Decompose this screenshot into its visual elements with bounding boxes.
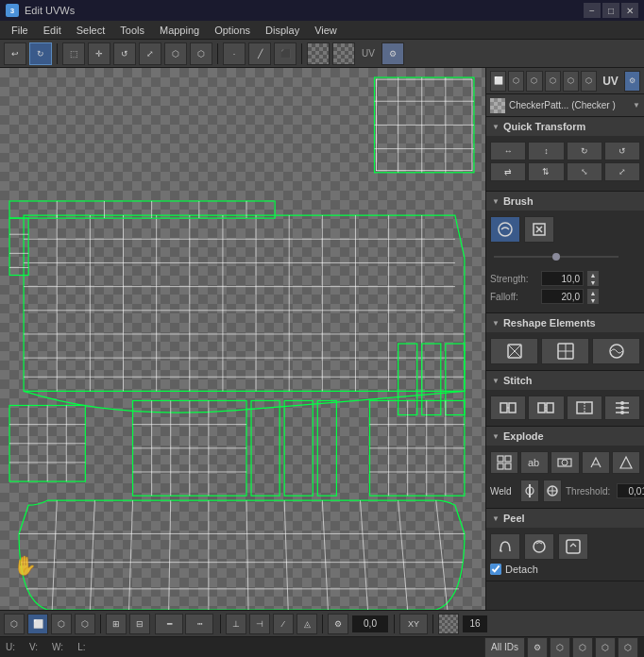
bt-anchor-btn[interactable]: ⊥ (226, 614, 246, 634)
panel-tb-5[interactable]: ⬡ (563, 71, 579, 92)
tb-scale-button[interactable]: ⤢ (139, 42, 161, 65)
stitch-btn-2[interactable] (528, 396, 564, 420)
tb-vertex-button[interactable]: · (223, 42, 246, 65)
tb-weld-button[interactable]: ⬡ (190, 42, 212, 65)
stitch-btn-3[interactable] (567, 396, 602, 420)
strength-input[interactable] (541, 271, 584, 286)
uv-viewport[interactable]: ✋ (0, 68, 485, 610)
explode-btn-1[interactable] (490, 451, 518, 474)
explode-btn-3[interactable] (551, 451, 579, 474)
texture-dropdown-arrow[interactable]: ▼ (633, 101, 640, 110)
menu-view[interactable]: View (307, 23, 345, 38)
coord-input[interactable] (351, 615, 389, 633)
tb-undo-button[interactable]: ↩ (4, 42, 26, 65)
weld-btn-1[interactable] (520, 480, 539, 502)
reshape-btn-3[interactable] (592, 338, 640, 364)
stitch-header[interactable]: ▼ Stitch (486, 371, 644, 390)
menu-mapping[interactable]: Mapping (152, 23, 207, 38)
bt-select-btn[interactable]: ⬡ (4, 614, 25, 634)
detach-checkbox[interactable] (490, 564, 501, 575)
menu-file[interactable]: File (4, 23, 36, 38)
stitch-btn-1[interactable] (490, 396, 526, 420)
bt-mirror-btn[interactable]: ⊟ (129, 614, 150, 634)
texture-selector[interactable]: CheckerPatt... (Checker ) ▼ (486, 94, 644, 117)
explode-btn-4[interactable] (582, 451, 610, 474)
maximize-button[interactable]: □ (602, 3, 619, 18)
panel-tb-2[interactable]: ⬡ (508, 71, 524, 92)
quick-transform-header[interactable]: ▼ Quick Transform (486, 117, 644, 136)
bt-grid-btn[interactable] (438, 614, 459, 634)
qt-btn-4[interactable]: ↺ (604, 142, 640, 160)
brush-relax-btn[interactable] (490, 216, 520, 243)
tb-edge-button[interactable]: ╱ (248, 42, 271, 65)
peel-btn-2[interactable] (524, 533, 554, 560)
peel-btn-1[interactable] (490, 533, 520, 560)
explode-btn-5[interactable] (612, 451, 640, 474)
menu-options[interactable]: Options (207, 23, 258, 38)
peel-btn-3[interactable] (558, 533, 588, 560)
status-all-ids-btn[interactable]: All IDs (484, 637, 525, 658)
falloff-up-btn[interactable]: ▲ (587, 289, 599, 296)
tb-settings-button[interactable]: ⚙ (381, 42, 404, 65)
brush-header[interactable]: ▼ Brush (486, 192, 644, 211)
brush-shrink-btn[interactable] (524, 216, 554, 243)
tb-checker2-button[interactable] (332, 42, 355, 65)
bt-seg1-btn[interactable]: ━ (155, 614, 183, 634)
bt-scale-btn[interactable]: ⬡ (75, 614, 95, 634)
qt-btn-6[interactable]: ⇅ (528, 162, 564, 181)
bt-move-btn[interactable]: ⬜ (27, 614, 48, 634)
bt-fill-btn[interactable]: ◬ (297, 614, 317, 634)
status-icon-1[interactable]: ⚙ (527, 637, 548, 658)
reshape-btn-2[interactable] (541, 338, 589, 364)
menu-edit[interactable]: Edit (36, 23, 69, 38)
tb-select-button[interactable]: ⬚ (62, 42, 85, 65)
reshape-header[interactable]: ▼ Reshape Elements (486, 313, 644, 332)
tb-poly-button[interactable]: ⬛ (274, 42, 297, 65)
bt-paint-btn[interactable]: ∕ (273, 614, 294, 634)
menu-select[interactable]: Select (69, 23, 113, 38)
bt-rotate-btn[interactable]: ⬡ (51, 614, 72, 634)
qt-btn-2[interactable]: ↕ (528, 142, 564, 160)
status-icon-2[interactable]: ⬡ (550, 637, 570, 658)
menu-display[interactable]: Display (258, 23, 307, 38)
tb-rotate-button[interactable]: ↺ (113, 42, 136, 65)
tb-refresh-button[interactable]: ↻ (29, 42, 52, 65)
peel-header[interactable]: ▼ Peel (486, 509, 644, 528)
falloff-input[interactable] (541, 289, 584, 304)
qt-btn-3[interactable]: ↻ (567, 142, 602, 160)
tb-move-button[interactable]: ✛ (88, 42, 110, 65)
panel-tb-3[interactable]: ⬡ (526, 71, 542, 92)
strength-down-btn[interactable]: ▼ (587, 278, 599, 286)
close-button[interactable]: ✕ (621, 3, 638, 18)
bt-separator-1 (100, 615, 101, 633)
panel-tb-4[interactable]: ⬡ (545, 71, 561, 92)
strength-up-btn[interactable]: ▲ (587, 271, 599, 278)
status-icon-5[interactable]: ⬡ (618, 637, 638, 658)
tb-freeform-button[interactable]: ⬡ (164, 42, 187, 65)
qt-btn-1[interactable]: ↔ (490, 142, 526, 160)
status-icon-3[interactable]: ⬡ (572, 637, 593, 658)
panel-settings-btn[interactable]: ⚙ (624, 71, 640, 92)
bt-transform-btn[interactable]: ⊣ (249, 614, 270, 634)
explode-header[interactable]: ▼ Explode (486, 427, 644, 446)
weld-btn-2[interactable] (543, 480, 562, 502)
tb-checker-button[interactable] (307, 42, 330, 65)
qt-btn-8[interactable]: ⤢ (604, 162, 640, 181)
bt-options-btn[interactable]: ⚙ (328, 614, 348, 634)
stitch-btn-4[interactable] (604, 396, 640, 420)
qt-btn-5[interactable]: ⇄ (490, 162, 526, 181)
menu-tools[interactable]: Tools (112, 23, 152, 38)
bt-snap-btn[interactable]: ⊞ (106, 614, 127, 634)
reshape-btn-1[interactable] (490, 338, 538, 364)
bt-seg2-btn[interactable]: ┅ (185, 614, 213, 634)
explode-btn-2[interactable]: ab (520, 451, 549, 474)
status-icon-4[interactable]: ⬡ (595, 637, 616, 658)
qt-btn-7[interactable]: ⤡ (567, 162, 602, 181)
zoom-input[interactable] (462, 615, 488, 633)
threshold-input[interactable] (617, 483, 644, 498)
bt-xy-btn[interactable]: XY (399, 614, 428, 634)
falloff-down-btn[interactable]: ▼ (587, 296, 599, 304)
minimize-button[interactable]: − (584, 3, 601, 18)
panel-tb-1[interactable]: ⬜ (490, 71, 506, 92)
panel-tb-6[interactable]: ⬡ (581, 71, 597, 92)
